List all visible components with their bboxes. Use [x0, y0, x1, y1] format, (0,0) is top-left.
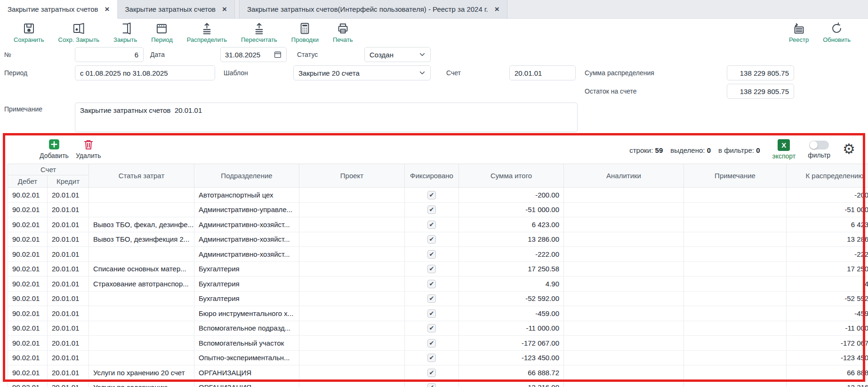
cell-project[interactable] — [299, 336, 405, 351]
cell-total[interactable]: -51 000.00 — [459, 202, 564, 217]
cell-cost-item[interactable]: Вывоз ТБО, фекал, дезинфе... — [89, 217, 194, 232]
cell-credit[interactable]: 20.01.01 — [48, 188, 89, 203]
cell-debit[interactable]: 90.02.01 — [8, 291, 48, 306]
cell-total[interactable]: -11 000.00 — [459, 321, 564, 336]
cell-note[interactable] — [684, 247, 787, 262]
header-to-distribute[interactable]: К распределению — [787, 164, 868, 188]
registry-button[interactable]: Реестр — [782, 19, 816, 43]
fixed-checkbox[interactable]: ✔ — [427, 383, 436, 387]
cell-fixed[interactable]: ✔ — [405, 350, 459, 365]
cell-analytics[interactable] — [564, 217, 684, 232]
cell-to-distribute[interactable]: -123 450.00 — [787, 350, 868, 365]
cell-note[interactable] — [684, 321, 787, 336]
cell-fixed[interactable]: ✔ — [405, 365, 459, 380]
cell-project[interactable] — [299, 188, 405, 203]
table-row[interactable]: 90.02.0120.01.01Услуги по хранению 20 сч… — [8, 365, 868, 380]
tab-registry[interactable]: Закрытие затратных счетов(Интерфейс поль… — [239, 0, 507, 18]
gear-icon[interactable]: ⚙ — [843, 142, 855, 156]
cell-project[interactable] — [299, 217, 405, 232]
cell-cost-item[interactable]: Страхование автотранспор... — [89, 276, 194, 292]
fixed-checkbox[interactable]: ✔ — [427, 221, 436, 229]
cell-fixed[interactable]: ✔ — [405, 321, 459, 336]
cell-analytics[interactable] — [564, 291, 684, 306]
cell-note[interactable] — [684, 306, 787, 321]
cell-total[interactable]: 6 423.00 — [459, 217, 564, 232]
cell-debit[interactable]: 90.02.01 — [8, 217, 48, 232]
header-debit[interactable]: Дебет — [8, 175, 48, 188]
cell-fixed[interactable]: ✔ — [405, 336, 459, 351]
header-analytics[interactable]: Аналитики — [564, 164, 684, 188]
cell-department[interactable]: Опытно-экспериментальн... — [194, 350, 299, 365]
cell-project[interactable] — [299, 247, 405, 262]
cell-cost-item[interactable] — [89, 291, 194, 306]
period-input[interactable] — [75, 65, 215, 80]
table-row[interactable]: 90.02.0120.01.01Страхование автотранспор… — [8, 276, 868, 292]
cell-note[interactable] — [684, 188, 787, 203]
cell-to-distribute[interactable]: -52 592.00 — [787, 291, 868, 306]
cell-department[interactable]: Бухгалтерия — [194, 261, 299, 276]
cell-debit[interactable]: 90.02.01 — [8, 276, 48, 292]
cell-cost-item[interactable]: Вывоз ТБО, дезинфекция 2... — [89, 232, 194, 247]
cell-note[interactable] — [684, 202, 787, 217]
fixed-checkbox[interactable]: ✔ — [427, 250, 436, 259]
cell-cost-item[interactable] — [89, 247, 194, 262]
save-button[interactable]: Сохранить — [7, 19, 51, 43]
cell-credit[interactable]: 20.01.01 — [48, 217, 89, 232]
cell-to-distribute[interactable]: 17 250.58 — [787, 261, 868, 276]
cell-fixed[interactable]: ✔ — [405, 232, 459, 247]
cell-department[interactable]: ОРГАНИЗАЦИЯ — [194, 365, 299, 380]
cell-to-distribute[interactable]: 6 423.00 — [787, 217, 868, 232]
table-row[interactable]: 90.02.0120.01.01Вспомогательное подразд.… — [8, 321, 868, 336]
cell-debit[interactable]: 90.02.01 — [8, 306, 48, 321]
calendar-icon[interactable] — [273, 50, 282, 59]
tab-document-1[interactable]: Закрытие затратных счетов × — [0, 0, 118, 19]
cell-note[interactable] — [684, 217, 787, 232]
cell-debit[interactable]: 90.02.01 — [8, 202, 48, 217]
cell-to-distribute[interactable]: -200.00 — [787, 188, 868, 203]
print-button[interactable]: Печать — [326, 19, 360, 43]
cell-cost-item[interactable]: Услуги по хранению 20 счет — [89, 365, 194, 380]
cell-credit[interactable]: 20.01.01 — [48, 232, 89, 247]
cell-debit[interactable]: 90.02.01 — [8, 365, 48, 380]
cell-analytics[interactable] — [564, 276, 684, 292]
close-button[interactable]: Закрыть — [106, 19, 144, 43]
template-select[interactable]: Закрытие 20 счета — [293, 65, 431, 80]
fixed-checkbox[interactable]: ✔ — [427, 354, 436, 362]
cell-fixed[interactable]: ✔ — [405, 276, 459, 292]
cell-department[interactable]: Административно-хозяйст... — [194, 232, 299, 247]
cell-note[interactable] — [684, 380, 787, 387]
cell-cost-item[interactable] — [89, 336, 194, 351]
cell-note[interactable] — [684, 350, 787, 365]
cell-department[interactable]: Вспомогательный участок — [194, 336, 299, 351]
header-project[interactable]: Проект — [299, 164, 405, 188]
fixed-checkbox[interactable]: ✔ — [427, 235, 436, 244]
cell-analytics[interactable] — [564, 336, 684, 351]
cell-debit[interactable]: 90.02.01 — [8, 321, 48, 336]
table-row[interactable]: 90.02.0120.01.01Услуги по содержаниюОРГА… — [8, 380, 868, 387]
cell-debit[interactable]: 90.02.01 — [8, 380, 48, 387]
cell-department[interactable]: Вспомогательное подразд... — [194, 321, 299, 336]
cell-analytics[interactable] — [564, 306, 684, 321]
cell-total[interactable]: 66 888.72 — [459, 365, 564, 380]
cell-to-distribute[interactable]: 12 316.00 — [787, 380, 868, 387]
date-input[interactable]: 31.08.2025 — [220, 47, 287, 62]
cell-to-distribute[interactable]: 66 888.72 — [787, 365, 868, 380]
cell-note[interactable] — [684, 232, 787, 247]
distribution-sum-input[interactable] — [727, 65, 794, 80]
cell-total[interactable]: -172 067.00 — [459, 336, 564, 351]
fixed-checkbox[interactable]: ✔ — [427, 369, 436, 377]
cell-note[interactable] — [684, 336, 787, 351]
cell-credit[interactable]: 20.01.01 — [48, 276, 89, 292]
table-row[interactable]: 90.02.0120.01.01Списание основных матер.… — [8, 261, 868, 276]
cell-fixed[interactable]: ✔ — [405, 188, 459, 203]
table-row[interactable]: 90.02.0120.01.01Вспомогательный участок✔… — [8, 336, 868, 351]
cell-analytics[interactable] — [564, 261, 684, 276]
fixed-checkbox[interactable]: ✔ — [427, 265, 436, 273]
cell-department[interactable]: Административно-хозяйст... — [194, 217, 299, 232]
cell-cost-item[interactable]: Услуги по содержанию — [89, 380, 194, 387]
cell-total[interactable]: -459.00 — [459, 306, 564, 321]
cell-debit[interactable]: 90.02.01 — [8, 188, 48, 203]
cell-total[interactable]: 12 316.00 — [459, 380, 564, 387]
cell-to-distribute[interactable]: -172 067.00 — [787, 336, 868, 351]
cell-analytics[interactable] — [564, 188, 684, 203]
